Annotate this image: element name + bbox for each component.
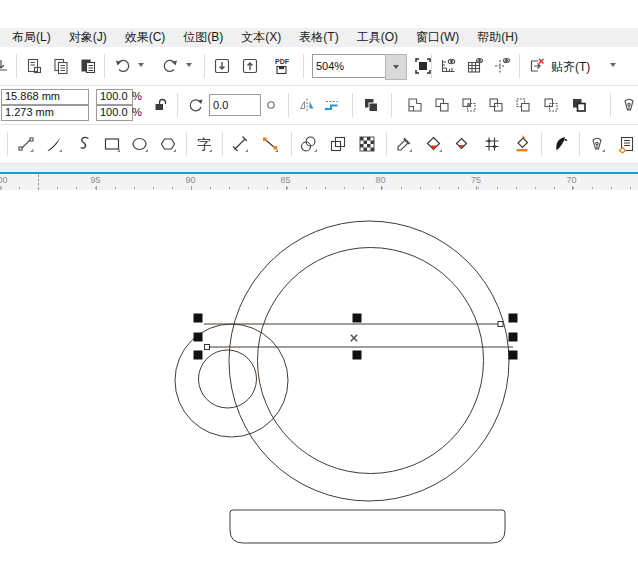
contour-tool-icon[interactable] xyxy=(327,133,349,155)
separator xyxy=(303,54,304,78)
selection-handle[interactable] xyxy=(509,351,518,360)
selection-handle[interactable] xyxy=(194,333,203,342)
rectangle-tool-icon[interactable] xyxy=(101,133,123,155)
undo-icon[interactable] xyxy=(112,55,134,77)
selection-handle[interactable] xyxy=(194,351,203,360)
menu-window[interactable]: 窗口(W) xyxy=(407,28,468,47)
lock-ratio-icon[interactable] xyxy=(150,94,172,116)
ruler-label: 95 xyxy=(90,175,100,185)
artistic-media-tool-icon[interactable] xyxy=(43,133,65,155)
selection-center-mark[interactable] xyxy=(351,335,357,341)
percent-label-h: % xyxy=(132,106,142,118)
shaping-weld-icon[interactable] xyxy=(404,94,426,116)
redo-icon[interactable] xyxy=(159,55,181,77)
separator xyxy=(352,93,353,117)
shaping-trim-icon[interactable] xyxy=(431,94,453,116)
transparency-tool-icon[interactable] xyxy=(356,133,378,155)
selection-handle[interactable] xyxy=(509,333,518,342)
color-eyedropper-icon[interactable] xyxy=(393,133,415,155)
menu-text[interactable]: 文本(X) xyxy=(232,28,290,47)
mirror-horizontal-icon[interactable] xyxy=(296,94,318,116)
bspline-tool-icon[interactable] xyxy=(74,133,96,155)
selection-handle[interactable] xyxy=(353,314,362,323)
curve-node[interactable] xyxy=(498,322,503,327)
show-rulers-icon[interactable] xyxy=(437,55,459,77)
polygon-tool-icon[interactable] xyxy=(157,133,179,155)
property-bar: 15.868 mm 1.273 mm 100.0 100.0 % % 0.0 xyxy=(0,86,638,125)
shaping-intersect-icon[interactable] xyxy=(458,94,480,116)
edit-fill-icon[interactable] xyxy=(615,133,637,155)
menu-bitmaps[interactable]: 位图(B) xyxy=(174,28,232,47)
large-inner-circle[interactable] xyxy=(258,248,484,474)
snap-to-label[interactable]: 贴齐(T) xyxy=(551,59,590,76)
object-width-field[interactable]: 15.868 mm xyxy=(1,89,89,105)
mesh-fill-tool-icon[interactable] xyxy=(481,133,503,155)
drawing-canvas[interactable] xyxy=(0,190,638,586)
reduce-nodes-icon[interactable] xyxy=(321,94,343,116)
separator xyxy=(519,54,520,78)
menu-layout[interactable]: 布局(L) xyxy=(3,28,60,47)
scale-height-field[interactable]: 100.0 xyxy=(96,105,133,121)
menu-object[interactable]: 对象(J) xyxy=(60,28,116,47)
copy-icon[interactable] xyxy=(50,55,72,77)
show-guidelines-icon[interactable] xyxy=(491,55,513,77)
combine-icon[interactable] xyxy=(360,94,382,116)
snap-off-icon[interactable] xyxy=(525,55,547,77)
drawing-surface[interactable] xyxy=(0,190,638,586)
shaping-boundary-icon[interactable] xyxy=(568,94,590,116)
rotation-angle-field[interactable]: 0.0 xyxy=(209,94,261,116)
zoom-level-input[interactable]: 504% xyxy=(312,54,386,78)
ruler-label: 100 xyxy=(0,175,8,185)
small-outer-circle[interactable] xyxy=(175,324,288,437)
ruler-position-marker xyxy=(38,174,39,190)
ruler-label: 70 xyxy=(566,175,576,185)
publish-pdf-icon[interactable]: PDF xyxy=(271,55,293,77)
paste-special-icon[interactable] xyxy=(23,55,45,77)
interactive-fill-tool-icon[interactable] xyxy=(423,133,445,155)
selection-handle[interactable] xyxy=(353,351,362,360)
menu-table[interactable]: 表格(T) xyxy=(290,28,347,47)
snap-dropdown-arrow[interactable] xyxy=(610,63,616,67)
menu-bar: 布局(L) 对象(J) 效果(C) 位图(B) 文本(X) 表格(T) 工具(O… xyxy=(0,28,638,48)
shaping-front-minus-back-icon[interactable] xyxy=(512,94,534,116)
scale-width-field[interactable]: 100.0 xyxy=(96,89,133,105)
paste-icon[interactable] xyxy=(77,55,99,77)
pdf-text: PDF xyxy=(275,58,290,65)
separator xyxy=(386,132,387,156)
shaping-simplify-icon[interactable] xyxy=(485,94,507,116)
drop-shadow-tool-icon[interactable] xyxy=(298,133,320,155)
toolbox: 字 xyxy=(0,125,638,164)
dimension-tool-icon[interactable] xyxy=(229,133,251,155)
freehand-tool-icon[interactable] xyxy=(15,133,37,155)
smart-fill-tool-icon[interactable] xyxy=(451,133,473,155)
outline-pen-icon[interactable] xyxy=(618,94,638,116)
clipped-save-icon[interactable] xyxy=(0,55,13,77)
selection-handle[interactable] xyxy=(509,314,518,323)
tray-shape[interactable] xyxy=(230,510,505,543)
connector-tool-icon[interactable] xyxy=(259,133,281,155)
export-icon[interactable] xyxy=(239,55,261,77)
impact-tool-icon[interactable] xyxy=(549,133,571,155)
separator xyxy=(610,93,611,117)
outline-pen-tool-icon[interactable] xyxy=(586,133,608,155)
large-outer-circle[interactable] xyxy=(229,221,509,501)
ellipse-tool-icon[interactable] xyxy=(129,133,151,155)
menu-tools[interactable]: 工具(O) xyxy=(348,28,407,47)
selection-handle[interactable] xyxy=(194,314,203,323)
undo-dropdown-arrow[interactable] xyxy=(138,63,144,67)
import-icon[interactable] xyxy=(211,55,233,77)
redo-dropdown-arrow[interactable] xyxy=(186,63,192,67)
separator xyxy=(16,54,17,78)
menu-help[interactable]: 帮助(H) xyxy=(468,28,527,47)
object-height-field[interactable]: 1.273 mm xyxy=(1,105,89,121)
text-tool-icon[interactable]: 字 xyxy=(193,133,215,155)
horizontal-ruler[interactable]: 100 95 90 85 80 75 70 xyxy=(0,174,638,190)
small-inner-circle[interactable] xyxy=(199,350,257,408)
show-grid-icon[interactable] xyxy=(464,55,486,77)
menu-effects[interactable]: 效果(C) xyxy=(116,28,175,47)
zoom-dropdown-button[interactable] xyxy=(385,54,407,80)
shaping-back-minus-front-icon[interactable] xyxy=(540,94,562,116)
curve-node[interactable] xyxy=(205,345,210,350)
fill-tool-icon[interactable] xyxy=(511,133,533,155)
toolbar-gap xyxy=(0,164,638,172)
